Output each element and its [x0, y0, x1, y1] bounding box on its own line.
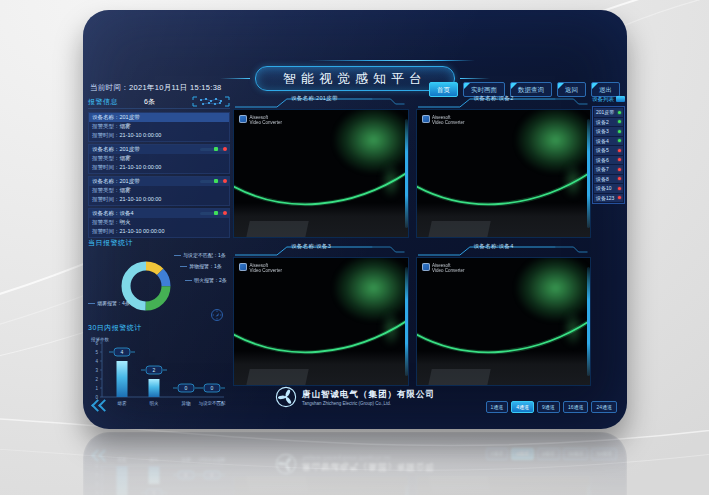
channel-button[interactable]: 1通道 [486, 401, 509, 413]
video-panel[interactable]: 设备名称:设备4 AiseesoftVideo Converter [416, 244, 592, 386]
status-dot [618, 149, 621, 152]
status-dot [618, 187, 621, 190]
video-panel[interactable]: 设备名称:设备2 AiseesoftVideo Converter [416, 96, 592, 238]
watermark-logo-icon [239, 115, 247, 123]
video-edge-accent [587, 119, 590, 228]
device-list-panel: 设备列表 201皮带 设备2 设备3 设备4 设备5 设备6 设备7 设备8 设… [592, 95, 625, 204]
channel-button[interactable]: 24通道 [591, 401, 617, 413]
alarm-slider[interactable] [200, 180, 226, 183]
field-label: 报警时间： [92, 196, 120, 202]
company-name-cn: 唐山智诚电气（集团）有限公司 [302, 389, 435, 401]
bar-category-label: 与设定不匹配 [199, 400, 227, 406]
video-panel[interactable]: 设备名称:设备3 AiseesoftVideo Converter [233, 244, 409, 386]
nav-button[interactable]: 首页 [429, 82, 458, 97]
axis-tick-label: 3 [95, 368, 98, 373]
company-brand: 唐山智诚电气（集团）有限公司 Tangshan Zhicheng Electri… [275, 386, 435, 408]
alarm-time: 21-10-10 00:00:00 [120, 228, 165, 234]
device-list-item[interactable]: 设备4 [594, 137, 623, 146]
donut-label: 烟雾报警：4条 [88, 300, 130, 306]
device-list-item[interactable]: 设备6 [594, 156, 623, 165]
device-list-item[interactable]: 201皮带 [594, 108, 623, 117]
time-label: 当前时间： [90, 83, 129, 92]
donut-label: 异物报警：1条 [180, 263, 222, 269]
bar [149, 379, 160, 397]
channel-switcher: 1通道 4通道 9通道 16通道 24通道 [486, 401, 617, 413]
field-label: 设备名称： [92, 114, 120, 120]
nav-button[interactable]: 数据查询 [510, 82, 552, 97]
device-list-item[interactable]: 设备123 [594, 194, 623, 203]
device-name: 设备3 [596, 128, 609, 134]
alarm-slider[interactable] [200, 212, 226, 215]
watermark-line1: Aiseesoft [432, 263, 451, 268]
bar-category-label: 明火 [150, 401, 160, 406]
status-dot [618, 111, 621, 114]
field-label: 报警类型： [92, 187, 120, 193]
watermark-line2: Video Converter [250, 268, 282, 273]
alarm-item[interactable]: 设备名称：设备4 报警类型：明火 报警时间：21-10-10 00:00:00 [88, 208, 230, 238]
field-label: 报警时间： [92, 132, 120, 138]
field-label: 报警类型： [92, 123, 120, 129]
device-list-item[interactable]: 设备2 [594, 118, 623, 127]
video-panel-title: 设备名称:设备2 [474, 95, 514, 102]
today-alarm-stats: 当日报警统计 与设定不匹配：1条异物报警：1条明火报警：2条烟雾报警：4条 [88, 238, 230, 334]
device-name: 设备5 [596, 147, 609, 153]
bar-ylabel: 报警件数 [90, 336, 110, 342]
channel-button[interactable]: 9通道 [537, 401, 560, 413]
device-list-item[interactable]: 设备7 [594, 165, 623, 174]
compass-icon [210, 308, 224, 322]
video-silhouette [246, 369, 308, 386]
video-panel-title: 设备名称:设备3 [291, 243, 331, 250]
alarm-slider[interactable] [200, 148, 226, 151]
alarm-time: 21-10-10 0:00:00 [120, 132, 162, 138]
nav-button[interactable]: 返回 [557, 82, 586, 97]
video-grid: 设备名称:201皮带 AiseesoftVideo Converter [233, 96, 591, 386]
alarm-item[interactable]: 设备名称：201皮带 报警类型：烟雾 报警时间：21-10-10 0:00:00 [88, 112, 230, 142]
header-line-decoration [415, 60, 475, 61]
alarm-type: 烟雾 [120, 187, 131, 193]
device-list-item[interactable]: 设备10 [594, 184, 623, 193]
video-panel[interactable]: 设备名称:201皮带 AiseesoftVideo Converter [233, 96, 409, 238]
alarm-item[interactable]: 设备名称：201皮带 报警类型：烟雾 报警时间：21-10-10 0:00:00 [88, 144, 230, 174]
watermark-logo-icon [422, 263, 430, 271]
device-list-tab[interactable] [616, 96, 625, 102]
video-feed[interactable]: AiseesoftVideo Converter [416, 109, 592, 238]
bar-value: 0 [185, 385, 188, 391]
video-edge-accent [405, 119, 408, 228]
page: 当前时间：2021年10月11日 15:15:38 智能视觉感知平台 首页 实时… [0, 0, 709, 495]
video-feed[interactable]: AiseesoftVideo Converter [233, 109, 409, 238]
header-line-decoration [309, 60, 421, 61]
channel-button[interactable]: 4通道 [511, 401, 534, 413]
watermark-line1: Aiseesoft [250, 263, 269, 268]
device-list-item[interactable]: 设备5 [594, 146, 623, 155]
video-feed[interactable]: AiseesoftVideo Converter [416, 257, 592, 386]
field-label: 设备名称： [92, 210, 120, 216]
bar-value: 4 [121, 349, 124, 355]
device-list-item[interactable]: 设备8 [594, 175, 623, 184]
bar-category-label: 烟雾 [117, 401, 128, 406]
alarm-time: 21-10-10 0:00:00 [120, 196, 162, 202]
alarm-item[interactable]: 设备名称：201皮带 报警类型：烟雾 报警时间：21-10-10 0:00:00 [88, 176, 230, 206]
watermark-line1: Aiseesoft [432, 115, 451, 120]
bar-category-label: 异物 [182, 400, 192, 407]
video-edge-accent [405, 267, 408, 376]
alarm-device: 201皮带 [120, 146, 140, 152]
axis-tick-label: 5 [95, 350, 98, 355]
axis-tick-label: 1 [95, 386, 98, 391]
today-alarm-donut-chart [114, 254, 178, 318]
video-feed[interactable]: AiseesoftVideo Converter [233, 257, 409, 386]
bar-value: 0 [211, 385, 214, 391]
watermark-line2: Video Converter [432, 268, 464, 273]
alarm-type: 烟雾 [120, 155, 131, 161]
video-silhouette [246, 221, 308, 238]
current-time: 当前时间：2021年10月11日 15:15:38 [90, 83, 222, 93]
bar-value: 2 [153, 367, 156, 373]
device-list-item[interactable]: 设备3 [594, 127, 623, 136]
watermark: AiseesoftVideo Converter [422, 263, 465, 274]
today-stats-title: 当日报警统计 [88, 238, 230, 248]
field-label: 报警类型： [92, 155, 120, 161]
axis-tick-label: 4 [95, 359, 98, 364]
channel-button[interactable]: 16通道 [563, 401, 589, 413]
axis-tick-label: 2 [95, 377, 98, 382]
alarm-type: 烟雾 [120, 123, 131, 129]
dashboard: 当前时间：2021年10月11日 15:15:38 智能视觉感知平台 首页 实时… [83, 10, 627, 429]
